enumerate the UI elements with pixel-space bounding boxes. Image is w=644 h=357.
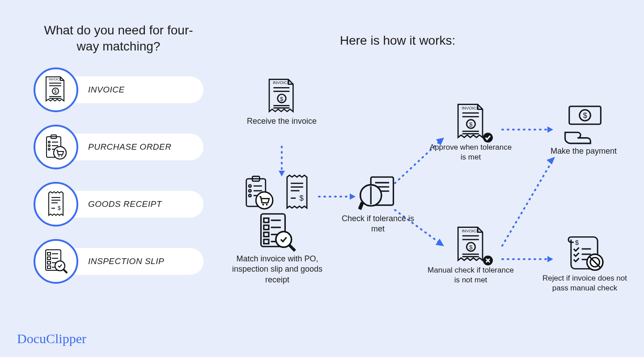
brand-logo: DocuClipper (17, 331, 86, 346)
req-item-invoice: INVOICE (34, 67, 203, 112)
step-approve: Approve when tolerance is met (427, 101, 514, 162)
invoice-rejected-icon (427, 223, 514, 265)
req-item-po: PURCHASE ORDER (34, 125, 203, 169)
flow-diagram: Receive the invoice Match invoice with P… (212, 63, 633, 322)
step-caption: Reject if invoice does not pass manual c… (539, 273, 631, 293)
step-caption: Make the payment (541, 146, 626, 156)
step-match: Match invoice with PO, inspection slip a… (224, 174, 331, 285)
purchase-order-icon (34, 125, 78, 169)
magnifier-document-icon (340, 174, 416, 214)
x-badge-icon (482, 255, 494, 266)
step-pay: Make the payment (541, 105, 626, 156)
reject-document-icon (539, 232, 631, 273)
check-badge-icon (482, 132, 494, 143)
inspection-slip-icon (224, 211, 331, 254)
req-item-inspection: INSPECTION SLIP (34, 239, 203, 284)
goods-receipt-icon (34, 182, 78, 227)
step-receive: Receive the invoice (237, 76, 326, 126)
right-title: Here is how it works: (340, 34, 455, 48)
step-manual: Manual check if tolerance is not met (427, 223, 514, 285)
requirements-column: What do you need for four-way matching? … (34, 22, 203, 296)
step-caption: Check if tolerance is met (340, 214, 416, 235)
step-reject: Reject if invoice does not pass manual c… (539, 232, 631, 293)
step-caption: Approve when tolerance is met (427, 143, 514, 162)
step-caption: Manual check if tolerance is not met (427, 265, 514, 285)
inspection-slip-icon (34, 239, 78, 284)
svg-marker-74 (547, 157, 555, 164)
purchase-order-icon (242, 175, 276, 210)
match-documents-icon-group (224, 174, 331, 211)
step-caption: Receive the invoice (237, 116, 326, 126)
invoice-approved-icon (427, 101, 514, 143)
req-item-receipt: GOODS RECEIPT (34, 182, 203, 227)
left-title: What do you need for four-way matching? (34, 22, 203, 55)
step-caption: Match invoice with PO, inspection slip a… (224, 254, 331, 285)
invoice-icon (237, 76, 326, 116)
goods-receipt-icon (281, 174, 313, 211)
step-check: Check if tolerance is met (340, 174, 416, 235)
invoice-icon (34, 67, 78, 112)
payment-icon (541, 105, 626, 146)
